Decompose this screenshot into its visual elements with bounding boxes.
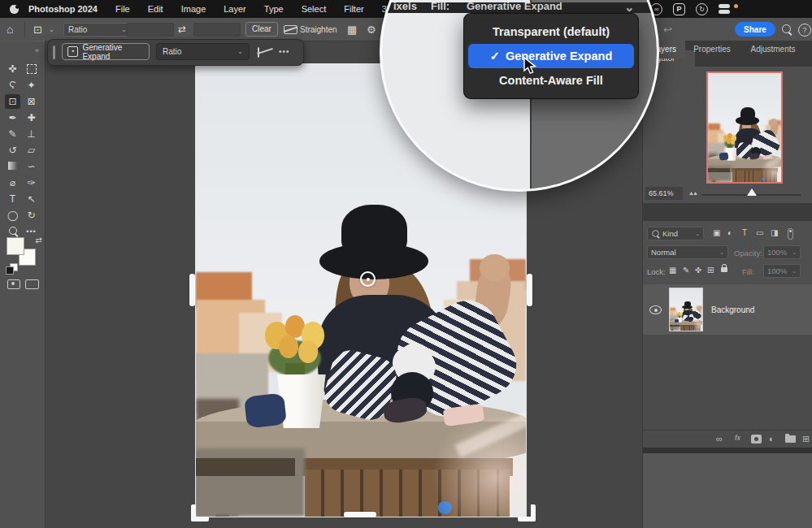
gradient-tool[interactable] <box>5 159 20 174</box>
collapse-panel-icon[interactable]: « <box>29 43 45 58</box>
generative-expand-button[interactable]: ✦ Generative Expand <box>62 43 150 60</box>
brush-tool[interactable]: ✎ <box>5 127 20 141</box>
quick-mask-icon[interactable] <box>6 279 21 293</box>
p-app-icon[interactable]: P <box>673 3 685 15</box>
lock-pixels-icon[interactable]: ✎ <box>683 266 689 275</box>
ratio-preset-dropdown[interactable]: Ratio ⌄ <box>63 23 132 37</box>
move-tool[interactable]: ✜ <box>5 62 20 76</box>
filter-smart-object-icon[interactable]: ◨ <box>771 228 778 237</box>
home-icon[interactable]: ⌂ <box>7 18 13 41</box>
layer-filter-kind-dropdown[interactable]: Kind ⌄ <box>647 227 704 240</box>
menu-item-generative-expand[interactable]: ✓ Generative Expand <box>468 44 634 68</box>
foreground-color-swatch[interactable] <box>7 237 24 255</box>
pixels-label-partial: ixels <box>393 2 417 12</box>
lock-all-icon[interactable] <box>721 262 727 274</box>
zoom-slider-thumb[interactable] <box>747 188 757 197</box>
crop-tool-icon[interactable]: ⊡ <box>33 18 42 41</box>
filter-adjustment-icon[interactable]: ◐ <box>727 228 732 237</box>
lock-artboard-icon[interactable]: ⊞ <box>707 266 714 275</box>
filter-image-icon[interactable]: ▣ <box>713 228 720 237</box>
default-colors-icon[interactable] <box>6 266 14 275</box>
share-button[interactable]: Share <box>735 22 775 37</box>
undo-icon[interactable]: ↩ <box>663 18 672 41</box>
new-adjustment-icon[interactable]: ◐ <box>769 434 775 444</box>
new-group-icon[interactable] <box>785 434 796 444</box>
filter-shape-icon[interactable]: ▭ <box>756 228 763 237</box>
straighten-icon[interactable] <box>284 18 297 41</box>
path-select-tool[interactable]: ↖ <box>24 192 39 206</box>
crop-reference-point[interactable] <box>360 271 376 287</box>
link-layers-icon[interactable]: ∞ <box>716 434 723 444</box>
taskbar-grip[interactable] <box>53 45 55 59</box>
lasso-tool[interactable]: Ϛ <box>5 78 20 93</box>
crop-width-input[interactable] <box>127 23 174 37</box>
layer-row-background[interactable]: Background <box>643 284 812 335</box>
eraser-tool[interactable]: ▱ <box>24 143 39 158</box>
rotate-view-tool[interactable]: ↻ <box>24 208 39 223</box>
fill-dropdown-value[interactable]: Generative Expand <box>467 2 562 12</box>
menu-edit[interactable]: Edit <box>148 4 163 14</box>
menu-filter[interactable]: Filter <box>344 4 363 14</box>
type-tool[interactable]: T <box>5 192 20 206</box>
apple-icon[interactable] <box>10 5 19 14</box>
layer-thumbnail[interactable] <box>669 288 703 331</box>
zoom-out-icon[interactable]: ▲▲ <box>688 190 697 196</box>
new-layer-icon[interactable]: ⊞ <box>802 434 810 444</box>
pen-tool[interactable]: ✑ <box>24 175 39 190</box>
history-brush-tool[interactable]: ↺ <box>5 143 20 158</box>
clear-button[interactable]: Clear <box>245 22 278 37</box>
filter-type-icon[interactable]: T <box>742 228 747 237</box>
crop-height-input[interactable] <box>193 23 241 37</box>
dodge-tool[interactable]: ⌀ <box>5 175 20 190</box>
straighten-icon[interactable] <box>258 48 259 57</box>
navigator-preview[interactable] <box>706 71 783 184</box>
gear-icon[interactable]: ⚙ <box>367 18 376 41</box>
smudge-tool[interactable]: ∽ <box>24 159 39 174</box>
clone-stamp-tool[interactable]: ⊥ <box>24 127 39 141</box>
opacity-value-dropdown[interactable]: 100% ⌄ <box>763 245 801 259</box>
grid-overlay-icon[interactable]: ▦ <box>347 18 357 41</box>
add-mask-icon[interactable] <box>751 435 762 445</box>
crop-handle-right[interactable] <box>527 274 532 306</box>
filter-toggle[interactable] <box>788 228 793 241</box>
shape-tool[interactable]: ◯ <box>5 208 20 223</box>
crop-handle-bottom-left[interactable] <box>191 504 209 522</box>
layer-name[interactable]: Background <box>711 305 754 314</box>
lock-position-icon[interactable]: ✜ <box>695 266 701 275</box>
frame-tool[interactable]: ⊠ <box>24 94 39 109</box>
menu-type[interactable]: Type <box>264 4 284 14</box>
menu-file[interactable]: File <box>115 4 130 14</box>
search-icon[interactable] <box>782 24 791 33</box>
layer-style-fx-icon[interactable]: fx <box>735 434 740 442</box>
tab-adjustments[interactable]: Adjustments <box>739 41 807 58</box>
eyedropper-tool[interactable]: ✒ <box>5 110 20 125</box>
stack-icon[interactable] <box>719 4 730 14</box>
navigator-zoom-value[interactable]: 65.61% <box>645 187 683 200</box>
tab-properties[interactable]: Properties <box>685 41 739 58</box>
menu-select[interactable]: Select <box>302 4 327 14</box>
menu-image[interactable]: Image <box>181 4 206 14</box>
lock-transparency-icon[interactable]: ▦ <box>669 266 676 275</box>
chevron-down-icon[interactable]: ⌄ <box>49 18 54 41</box>
healing-brush-tool[interactable]: ✚ <box>24 110 39 125</box>
screen-mode-icon[interactable] <box>24 279 40 293</box>
crop-tool-selected[interactable]: ⊡ <box>5 94 20 109</box>
more-options-icon[interactable]: ••• <box>279 47 290 56</box>
swap-colors-icon[interactable]: ⇄ <box>31 233 46 248</box>
magic-wand-tool[interactable]: ✦ <box>24 78 39 93</box>
fill-value-dropdown[interactable]: 100% ⌄ <box>763 264 801 278</box>
blend-mode-dropdown[interactable]: Normal ⌄ <box>647 245 728 259</box>
marquee-tool[interactable] <box>24 62 39 76</box>
taskbar-ratio-dropdown[interactable]: Ratio ⌄ <box>156 43 250 60</box>
swap-dimensions-icon[interactable]: ⇄ <box>178 18 186 41</box>
menu-layer[interactable]: Layer <box>224 4 246 14</box>
layer-visibility-eye-icon[interactable] <box>649 305 662 314</box>
menu-item-transparent[interactable]: Transparent (default) <box>464 19 638 44</box>
crop-handle-left[interactable] <box>189 274 195 306</box>
straighten-label[interactable]: Straighten <box>300 18 337 41</box>
sync-icon[interactable]: ↻ <box>696 3 708 15</box>
help-icon[interactable]: ? <box>798 24 811 37</box>
menu-item-content-aware-fill[interactable]: Content-Aware Fill <box>464 68 638 93</box>
crop-handle-bottom[interactable] <box>344 512 376 517</box>
crop-handle-bottom-right[interactable] <box>518 504 536 522</box>
